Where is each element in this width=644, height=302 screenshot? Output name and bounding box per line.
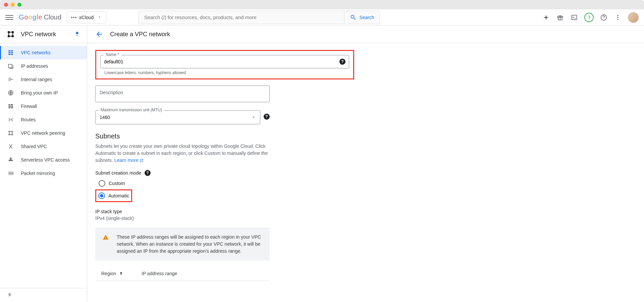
sidebar-item-byoip[interactable]: Bring your own IP [0, 86, 87, 100]
radio-icon [98, 192, 105, 199]
svg-rect-16 [11, 54, 13, 55]
traffic-light-zoom[interactable] [17, 3, 21, 7]
radio-label: Automatic [108, 193, 129, 198]
help-icon[interactable]: ? [145, 170, 151, 176]
th-region[interactable]: Region [101, 271, 142, 276]
grid-icon [7, 49, 14, 56]
main: Create a VPC network Name * ? Lowercase … [87, 25, 644, 302]
search-button-label: Search [359, 15, 374, 20]
avatar[interactable] [628, 12, 639, 23]
external-link-icon [140, 159, 144, 163]
serverless-icon [7, 157, 14, 163]
globe-icon [7, 89, 14, 96]
svg-rect-13 [8, 52, 10, 53]
svg-rect-20 [11, 104, 13, 105]
sidebar-item-firewall[interactable]: Firewall [0, 100, 87, 113]
svg-rect-9 [8, 35, 10, 37]
svg-point-5 [617, 17, 618, 18]
more-icon[interactable] [614, 13, 622, 21]
svg-rect-15 [8, 54, 10, 55]
learn-more-link[interactable]: Learn more [114, 158, 144, 163]
svg-point-6 [617, 19, 618, 20]
collapse-sidebar[interactable] [0, 288, 87, 302]
name-field: Name * ? [100, 55, 349, 68]
name-input[interactable] [104, 56, 339, 68]
radio-label: Custom [109, 181, 125, 186]
svg-rect-14 [11, 52, 13, 53]
svg-point-25 [9, 131, 10, 132]
svg-rect-19 [8, 104, 10, 105]
svg-rect-33 [13, 172, 13, 175]
top-header: Google Cloud xCloud Search 3 [0, 9, 644, 25]
cloud-shell-icon[interactable] [570, 13, 578, 21]
svg-point-4 [617, 15, 618, 16]
subnets-desc: Subnets let you create your own private … [95, 143, 270, 164]
sidebar-item-internal-ranges[interactable]: Internal ranges [0, 73, 87, 86]
subnets-title: Subnets [95, 132, 354, 140]
page-header: Create a VPC network [87, 25, 644, 43]
sidebar-item-routes[interactable]: Routes [0, 113, 87, 126]
svg-point-28 [12, 134, 13, 135]
traffic-light-minimize[interactable] [11, 3, 15, 7]
sidebar-item-vpc-networks[interactable]: VPC networks [0, 46, 87, 59]
mtu-row: Maximum transmission unit (MTU) 1460 ? [95, 109, 270, 124]
gift-icon[interactable] [556, 13, 564, 21]
menu-icon[interactable] [5, 13, 13, 21]
name-label: Name * [104, 52, 121, 57]
search-input[interactable] [139, 11, 344, 23]
form-area: Name * ? Lowercase letters, numbers, hyp… [87, 43, 362, 287]
mtu-select[interactable]: 1460 [95, 110, 260, 124]
traffic-light-close[interactable] [4, 3, 8, 7]
project-picker[interactable]: xCloud [67, 11, 106, 23]
svg-rect-22 [11, 106, 13, 107]
svg-rect-31 [11, 171, 11, 175]
gemini-icon[interactable] [542, 13, 550, 21]
search-button[interactable]: Search [344, 11, 379, 24]
sidebar-item-label: Bring your own IP [21, 90, 58, 96]
svg-point-27 [9, 134, 10, 135]
back-arrow-icon[interactable] [95, 30, 103, 38]
sidebar-item-label: Firewall [21, 104, 37, 109]
pin-icon[interactable] [74, 31, 80, 38]
header-icons: 3 [542, 12, 639, 23]
mtu-field: Maximum transmission unit (MTU) 1460 [95, 110, 260, 124]
radio-automatic[interactable]: Automatic [98, 192, 129, 200]
ip-stack: IP stack type IPv4 (single-stack) [95, 209, 354, 221]
svg-rect-12 [11, 50, 13, 51]
vpc-product-icon [7, 30, 15, 38]
logo[interactable]: Google Cloud [19, 13, 61, 21]
help-icon[interactable] [600, 13, 608, 21]
peering-icon [7, 130, 14, 136]
description-placeholder: Description [100, 90, 123, 95]
ip-stack-label: IP stack type [95, 209, 354, 214]
chevron-down-icon [98, 15, 102, 20]
radio-custom[interactable]: Custom [95, 179, 125, 187]
mtu-value: 1460 [100, 115, 110, 120]
sidebar: VPC network VPC networks IP addresses In… [0, 25, 87, 302]
sidebar-item-label: IP addresses [21, 63, 48, 69]
notifications-badge[interactable]: 3 [584, 13, 594, 22]
sidebar-item-serverless[interactable]: Serverless VPC access [0, 153, 87, 167]
svg-point-26 [12, 131, 13, 132]
routes-icon [7, 116, 14, 123]
sidebar-item-shared-vpc[interactable]: Shared VPC [0, 140, 87, 153]
description-input[interactable]: Description [95, 85, 270, 102]
subnet-mode-radios: Custom Automatic [95, 179, 354, 202]
svg-rect-23 [8, 107, 10, 108]
chevron-down-icon [251, 115, 256, 120]
mtu-label: Maximum transmission unit (MTU) [99, 108, 164, 112]
svg-rect-11 [8, 50, 10, 51]
help-icon[interactable]: ? [264, 114, 270, 120]
window-chrome [0, 0, 644, 9]
subnet-mode-label: Subnet creation mode ? [95, 170, 354, 176]
help-icon[interactable]: ? [339, 59, 345, 65]
sidebar-item-ip-addresses[interactable]: IP addresses [0, 59, 87, 73]
sidebar-item-label: VPC networks [21, 50, 51, 55]
sidebar-item-packet-mirroring[interactable]: Packet mirroring [0, 167, 87, 180]
firewall-icon [7, 103, 14, 110]
th-iprange[interactable]: IP address range [142, 271, 264, 276]
shared-icon [7, 143, 14, 150]
sidebar-item-label: Packet mirroring [21, 171, 55, 176]
svg-rect-10 [12, 35, 14, 37]
sidebar-item-peering[interactable]: VPC network peering [0, 126, 87, 140]
